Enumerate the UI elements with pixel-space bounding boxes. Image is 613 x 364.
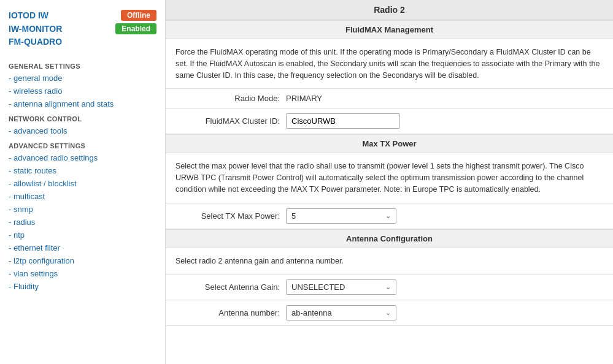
antenna-number-value: ab-antenna — [291, 308, 332, 317]
section-label-general-settings: GENERAL SETTINGS — [0, 58, 165, 72]
sidebar-item-general-mode[interactable]: - general mode — [0, 72, 165, 85]
sidebar-item-multicast[interactable]: - multicast — [0, 190, 165, 203]
sidebar-item-advanced-tools[interactable]: - advanced tools — [0, 124, 165, 137]
sidebar-item-antenna-alignment[interactable]: - antenna alignment and stats — [0, 97, 165, 110]
sidebar-item-allowlist-blocklist[interactable]: - allowlist / blocklist — [0, 177, 165, 190]
select-tx-max-power-dropdown[interactable]: 5 ⌄ — [286, 208, 396, 224]
select-antenna-gain-row: Select Antenna Gain: UNSELECTED ⌄ — [166, 275, 613, 300]
iotod-iw-badge: Offline — [121, 10, 156, 21]
antenna-configuration-header: Antenna Configuration — [166, 229, 613, 248]
select-tx-max-power-value: 5 — [291, 211, 296, 221]
fluidmax-cluster-id-input[interactable] — [286, 113, 400, 129]
sidebar-item-vlan-settings[interactable]: - vlan settings — [0, 267, 165, 280]
iw-monitor-row: IW-MONITOR Enabled — [9, 23, 156, 34]
sidebar-item-ethernet-filter[interactable]: - ethernet filter — [0, 241, 165, 254]
radio-mode-row: Radio Mode: PRIMARY — [166, 89, 613, 108]
fm-quadro-link[interactable]: FM-QUADRO — [9, 37, 62, 47]
sidebar-item-l2tp-configuration[interactable]: - l2tp configuration — [0, 254, 165, 267]
sidebar-item-static-routes[interactable]: - static routes — [0, 164, 165, 177]
page-title: Radio 2 — [166, 0, 613, 20]
fluidmax-cluster-id-row: FluidMAX Cluster ID: — [166, 108, 613, 134]
sidebar: IOTOD IW Offline IW-MONITOR Enabled FM-Q… — [0, 0, 166, 364]
sidebar-item-ntp[interactable]: - ntp — [0, 229, 165, 241]
section-label-network-control: NETWORK CONTROL — [0, 110, 165, 124]
iotod-iw-row: IOTOD IW Offline — [9, 10, 156, 21]
fluidmax-management-header: FluidMAX Management — [166, 20, 613, 39]
divider-8 — [166, 325, 613, 326]
fluidmax-management-description: Force the FluidMAX operating mode of thi… — [166, 39, 613, 88]
select-antenna-gain-value: UNSELECTED — [291, 282, 345, 292]
iw-monitor-badge: Enabled — [115, 23, 156, 34]
fluidmax-cluster-id-label: FluidMAX Cluster ID: — [175, 116, 280, 126]
antenna-number-dropdown[interactable]: ab-antenna ⌄ — [286, 305, 396, 320]
antenna-number-row: Antenna number: ab-antenna ⌄ — [166, 300, 613, 325]
select-antenna-gain-dropdown[interactable]: UNSELECTED ⌄ — [286, 279, 396, 295]
antenna-configuration-description: Select radio 2 antenna gain and antenna … — [166, 248, 613, 275]
chevron-down-icon: ⌄ — [385, 212, 391, 220]
sidebar-item-fluidity[interactable]: - Fluidity — [0, 280, 165, 293]
antenna-number-label: Antenna number: — [175, 308, 280, 317]
sidebar-item-advanced-radio-settings[interactable]: - advanced radio settings — [0, 151, 165, 164]
fm-quadro-row: FM-QUADRO — [9, 37, 156, 47]
max-tx-power-header: Max TX Power — [166, 134, 613, 153]
iotod-iw-link[interactable]: IOTOD IW — [9, 10, 48, 20]
radio-mode-label: Radio Mode: — [175, 94, 280, 103]
sidebar-item-snmp[interactable]: - snmp — [0, 203, 165, 216]
iw-monitor-link[interactable]: IW-MONITOR — [9, 24, 62, 34]
radio-mode-value: PRIMARY — [286, 94, 322, 103]
max-tx-power-description: Select the max power level that the radi… — [166, 153, 613, 202]
main-content: Radio 2 FluidMAX Management Force the Fl… — [166, 0, 613, 364]
select-tx-max-power-label: Select TX Max Power: — [175, 211, 280, 221]
sidebar-item-wireless-radio[interactable]: - wireless radio — [0, 85, 165, 97]
section-label-advanced-settings: ADVANCED SETTINGS — [0, 137, 165, 151]
select-antenna-gain-label: Select Antenna Gain: — [175, 282, 280, 292]
select-tx-max-power-row: Select TX Max Power: 5 ⌄ — [166, 203, 613, 229]
sidebar-item-radius[interactable]: - radius — [0, 216, 165, 229]
chevron-down-icon-2: ⌄ — [385, 283, 391, 291]
sidebar-top-links: IOTOD IW Offline IW-MONITOR Enabled FM-Q… — [9, 10, 156, 47]
sidebar-top: IOTOD IW Offline IW-MONITOR Enabled FM-Q… — [0, 7, 165, 58]
chevron-down-icon-3: ⌄ — [385, 309, 391, 317]
